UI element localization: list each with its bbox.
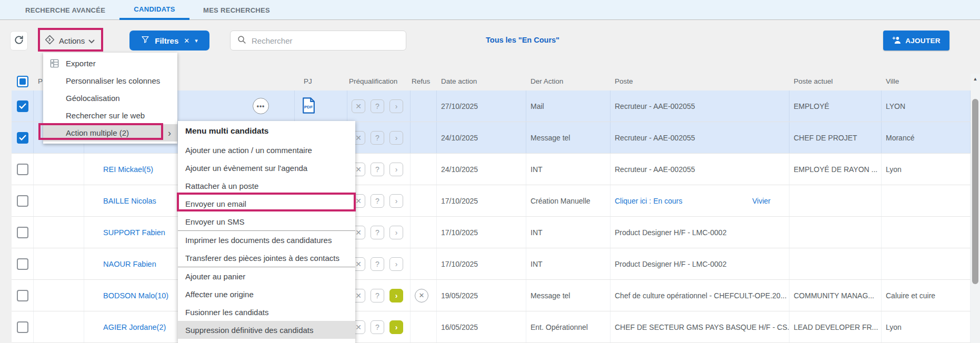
actions-button[interactable]: Actions (44, 32, 95, 49)
menu-item-exporter[interactable]: Exporter (43, 55, 177, 72)
row-actions-ellipsis-icon[interactable]: ••• (253, 98, 269, 114)
submenu-item-envoyer-email[interactable]: Envoyer un email (178, 195, 355, 213)
col-header-refus[interactable]: Refus (411, 77, 437, 85)
submenu-title: Menu multi candidats (178, 121, 355, 141)
submenu-item-imprimer-documents[interactable]: Imprimer les documents des candidatures (178, 231, 355, 249)
col-header-pj[interactable]: PJ (295, 77, 347, 85)
poste-cell: Cliquer ici : En cours Vivier (611, 185, 789, 216)
prequal-unknown-button[interactable]: ? (371, 194, 384, 208)
prequal-cell: ✕ ? › (347, 217, 411, 248)
poste-status-link[interactable]: Cliquer ici : En cours (615, 197, 682, 205)
photo-cell (34, 217, 84, 248)
poste-cell: CHEF DE SECTEUR GMS PAYS BASQUE H/F - CS… (611, 311, 789, 342)
refus-cell (411, 154, 437, 185)
prequal-reject-button[interactable]: ✕ (352, 99, 365, 113)
checkbox-indeterminate-mark (19, 78, 26, 85)
menu-item-personnaliser-colonnes[interactable]: Personnaliser les colonnes (43, 72, 177, 89)
prequal-unknown-button[interactable]: ? (371, 289, 384, 302)
clear-filter-icon[interactable]: ✕ (184, 37, 189, 45)
date-action-cell: 19/05/2025 (437, 280, 526, 311)
submenu-item-fusionner-candidats[interactable]: Fusionner les candidats (178, 303, 355, 321)
row-checkbox[interactable] (17, 100, 28, 112)
scroll-up-arrow[interactable]: ▲ (971, 74, 980, 84)
col-header-poste-actuel[interactable]: Poste actuel (789, 77, 882, 85)
search-input[interactable] (252, 36, 394, 45)
prequal-unknown-button[interactable]: ? (371, 163, 384, 176)
prequal-advance-button[interactable]: › (389, 257, 403, 271)
menu-item-geolocalisation[interactable]: Géolocalisation (43, 89, 177, 107)
prequal-unknown-button[interactable]: ? (371, 226, 384, 239)
table-row[interactable]: REI Mickael(5) ✕ ? › 24/10/2025 INT Recr… (12, 154, 971, 185)
col-header-poste[interactable]: Poste (611, 77, 789, 85)
col-header-date-action[interactable]: Date action (437, 77, 526, 85)
poste-cell: Product Designer H/F - LMC-0002 (611, 248, 789, 279)
refus-cell (411, 217, 437, 248)
menu-item-action-multiple[interactable]: Action multiple (2) › (43, 124, 177, 142)
prequal-unknown-button[interactable]: ? (371, 131, 384, 145)
filtres-caret-icon[interactable]: ▾ (195, 37, 198, 44)
menu-item-rechercher-web[interactable]: Rechercher sur le web (43, 107, 177, 124)
poste-actuel-cell (789, 217, 882, 248)
row-checkbox[interactable] (17, 195, 28, 207)
submenu-item-affecter-origine[interactable]: Affecter une origine (178, 285, 355, 303)
ajouter-button[interactable]: AJOUTER (883, 31, 949, 51)
submenu-item-suppression-definitive[interactable]: Suppression définitive des candidats (178, 321, 355, 339)
svg-text:PDF: PDF (304, 104, 313, 109)
filtres-button[interactable]: Filtres ✕ ▾ (129, 31, 209, 51)
table-row[interactable]: AGIER Jordane(2) ✕ ? › 16/05/2025 Ent. O… (12, 311, 971, 343)
menu-item-label: Géolocalisation (66, 94, 120, 103)
chevron-down-icon (88, 36, 95, 45)
prequal-cell: ✕ ? › (347, 248, 411, 279)
poste-actuel-cell: CHEF DE PROJET (789, 122, 882, 153)
submenu-item-rattacher-poste[interactable]: Rattacher à un poste (178, 177, 355, 195)
prequal-advance-button[interactable]: › (389, 226, 403, 239)
submenu-item-envoyer-sms[interactable]: Envoyer un SMS (178, 213, 355, 230)
row-checkbox[interactable] (17, 258, 28, 270)
prequal-advance-button[interactable]: › (389, 99, 403, 113)
table-row[interactable]: SUPPORT Fabien ✕ ? › 17/10/2025 INT Prod… (12, 217, 971, 248)
row-checkbox[interactable] (17, 227, 28, 238)
col-header-prequalification[interactable]: Préqualification (347, 77, 411, 85)
photo-cell (34, 185, 84, 216)
row-checkbox[interactable] (17, 290, 28, 301)
vivier-link[interactable]: Vivier (752, 197, 771, 205)
row-checkbox[interactable] (17, 164, 28, 175)
submenu-item-ajouter-panier[interactable]: Ajouter au panier (178, 267, 355, 285)
der-action-cell: INT (526, 248, 611, 279)
scrollbar-thumb[interactable] (972, 99, 978, 284)
tab-mes-recherches[interactable]: MES RECHERCHES (203, 0, 270, 20)
prequal-advance-button-active[interactable]: › (389, 289, 403, 302)
tab-recherche-avancee[interactable]: RECHERCHE AVANCÉE (25, 0, 105, 20)
prequal-unknown-button[interactable]: ? (371, 257, 384, 271)
prequal-unknown-button[interactable]: ? (371, 99, 384, 113)
submenu-item-ajouter-evenement[interactable]: Ajouter un évènement sur l'agenda (178, 159, 355, 177)
submenu-item-ajouter-action[interactable]: Ajouter une action / un commentaire (178, 141, 355, 159)
table-row[interactable]: BODSON Malo(10) ✕ ? › ✕ 19/05/2025 Messa… (12, 280, 971, 311)
col-header-ville[interactable]: Ville (882, 77, 971, 85)
row-checkbox[interactable] (17, 321, 28, 333)
prequal-advance-button[interactable]: › (389, 131, 403, 145)
poste-cell: Recruteur - AAE-002055 (611, 90, 789, 122)
vertical-scrollbar: ▲ (971, 74, 980, 343)
poste-cell: Chef de culture opérationnel - CHEFCULT-… (611, 280, 789, 311)
prequal-advance-button-active[interactable]: › (389, 320, 403, 334)
submenu-item-transferer-pj[interactable]: Transferer des pièces jointes à des cont… (178, 249, 355, 267)
tab-candidats[interactable]: CANDIDATS (119, 0, 189, 20)
refresh-button[interactable] (10, 31, 28, 51)
table-row[interactable]: NAOUR Fabien ✕ ? › 17/10/2025 INT Produc… (12, 248, 971, 280)
table-row[interactable]: BAILLE Nicolas ✕ ? › 17/10/2025 Création… (12, 185, 971, 217)
prequal-advance-button[interactable]: › (389, 194, 403, 208)
search-icon (237, 35, 246, 46)
select-all-checkbox[interactable] (17, 76, 28, 87)
prequal-advance-button[interactable]: › (389, 163, 403, 176)
col-header-der-action[interactable]: Der Action (526, 77, 611, 85)
check-icon (19, 135, 26, 140)
ajouter-label: AJOUTER (905, 37, 941, 45)
row-checkbox[interactable] (17, 132, 28, 144)
prequal-unknown-button[interactable]: ? (371, 320, 384, 334)
prequal-cell: ✕ ? › (347, 185, 411, 216)
filter-encours-link[interactable]: Tous les "En Cours" (486, 36, 559, 44)
select-all-cell (12, 76, 34, 87)
filtres-label: Filtres (155, 36, 178, 45)
pdf-attachment-icon[interactable]: PDF (302, 97, 315, 115)
